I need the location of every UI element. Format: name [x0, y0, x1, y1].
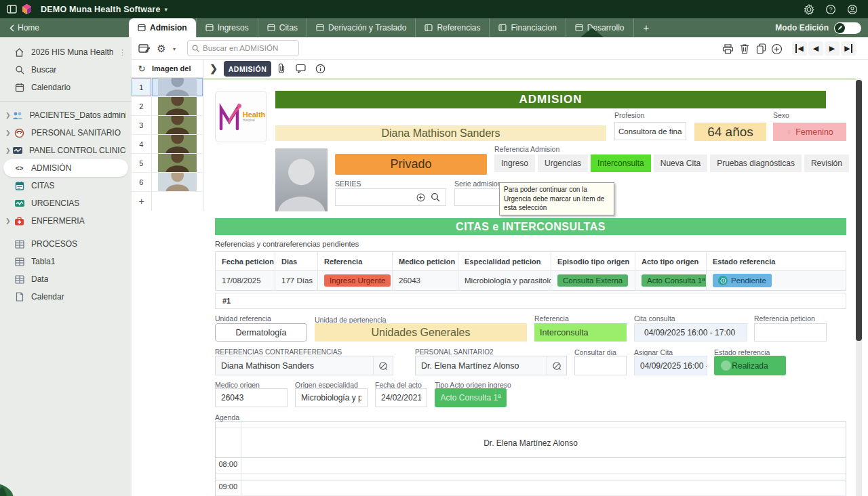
- record-row[interactable]: 3: [132, 116, 203, 135]
- fecha-acto-input[interactable]: [375, 388, 427, 407]
- patient-thumbnail[interactable]: [152, 135, 203, 153]
- sidebar-item-enfermeria[interactable]: ❯ ENFERMERIA: [0, 212, 132, 230]
- vertical-scrollbar[interactable]: [856, 78, 862, 496]
- col-header[interactable]: Estado referencia: [707, 252, 846, 271]
- add-record-row[interactable]: +: [132, 192, 203, 211]
- edit-mode-toggle[interactable]: [834, 22, 861, 34]
- refresh-icon[interactable]: ↻: [132, 64, 152, 74]
- series-add-icon[interactable]: [416, 193, 425, 202]
- layout-name-badge[interactable]: ADMISIÓN: [224, 61, 271, 77]
- patient-name-field[interactable]: Diana Mathison Sanders: [275, 125, 606, 141]
- segment-revision[interactable]: Revisión: [804, 154, 849, 172]
- agenda-hour-row[interactable]: 08:00: [216, 458, 846, 480]
- help-icon[interactable]: ?: [823, 2, 838, 17]
- account-icon[interactable]: [845, 2, 860, 17]
- sidebar-item-tabla1[interactable]: Tabla1: [0, 253, 132, 270]
- origen-especialidad-input[interactable]: [295, 388, 368, 407]
- clear-link-icon[interactable]: [547, 356, 566, 375]
- sidebar-item-data[interactable]: Data: [0, 270, 132, 288]
- segment-interconsulta[interactable]: Interconsulta: [591, 154, 651, 172]
- sidebar-item-calendar[interactable]: Calendar: [0, 288, 132, 306]
- sidebar-item-home-file[interactable]: 2026 HIS Muna Health ⋮: [0, 43, 132, 61]
- record-row[interactable]: 5: [132, 154, 203, 173]
- unidad-referencia-button[interactable]: Dermatología: [215, 323, 307, 342]
- segment-pruebas-diagnosticas[interactable]: Pruebas diagnósticas: [710, 154, 802, 172]
- settings-gear-icon[interactable]: [802, 2, 816, 17]
- patient-thumbnail[interactable]: [152, 173, 203, 191]
- series-input[interactable]: [335, 188, 446, 206]
- search-input[interactable]: [203, 44, 288, 52]
- tab-referencias[interactable]: Referencias: [416, 18, 490, 37]
- series-search-icon[interactable]: [431, 192, 440, 202]
- sidebar-item-procesos[interactable]: PROCESOS: [0, 235, 132, 253]
- col-header[interactable]: Medico peticion: [393, 252, 458, 271]
- referencias-contrareferencias-input[interactable]: Diana Mathison Sanders: [215, 356, 393, 375]
- cita-consulta-field[interactable]: 04/09/2025 16:00 - 17:00: [634, 323, 747, 342]
- referral-row[interactable]: 17/08/2025 177 Días Ingreso Urgente 2604…: [216, 271, 846, 290]
- tab-financiacion[interactable]: Financiacion: [490, 18, 566, 37]
- sexo-field[interactable]: ♀ Femenino: [773, 123, 846, 141]
- personal-sanitario2-input[interactable]: Dr. Elena Martínez Alonso: [415, 356, 567, 375]
- search-box[interactable]: [187, 40, 299, 56]
- sidebar-item-personal-sanitario[interactable]: ❯ PERSONAL SANITARIO: [0, 124, 132, 142]
- item-menu-icon[interactable]: ⋮: [119, 48, 126, 57]
- patient-thumbnail[interactable]: [152, 97, 203, 115]
- clear-link-icon[interactable]: [373, 356, 393, 375]
- info-icon[interactable]: [314, 62, 326, 75]
- layout-edit-icon[interactable]: [137, 41, 152, 56]
- delete-record-icon[interactable]: [737, 41, 752, 56]
- estado-referencia-button[interactable]: Realizada: [714, 356, 786, 375]
- medico-origen-input[interactable]: [215, 388, 288, 407]
- chevron-right-icon[interactable]: ❯: [5, 147, 12, 154]
- record-row[interactable]: 1: [132, 78, 203, 97]
- sidebar-item-panel-control[interactable]: ❯ PANEL CONTROL CLINICO Paci...: [0, 142, 132, 159]
- agenda-calendar[interactable]: Dr. Elena Martínez Alonso 08:00 09:00: [215, 421, 846, 496]
- col-header[interactable]: Fecha peticion ^: [216, 252, 275, 271]
- duplicate-record-icon[interactable]: [753, 41, 768, 56]
- tab-admision[interactable]: Admision: [129, 18, 196, 37]
- last-record-button[interactable]: ▶: [841, 41, 856, 56]
- patient-thumbnail[interactable]: [152, 116, 203, 134]
- patient-photo[interactable]: [275, 148, 328, 211]
- consultar-dia-input[interactable]: [574, 356, 627, 375]
- col-header[interactable]: Dias: [275, 252, 318, 271]
- sidebar-item-pacientes[interactable]: ❯ PACIENTES_Datos administrati...: [0, 106, 132, 124]
- new-record-icon[interactable]: [769, 41, 784, 56]
- sidebar-item-citas[interactable]: CITAS: [0, 177, 132, 194]
- col-header[interactable]: Especialidad peticion: [458, 252, 551, 271]
- sidebar-item-urgencias[interactable]: URGENCIAS: [0, 194, 132, 212]
- record-row[interactable]: 4: [132, 135, 203, 154]
- tab-citas[interactable]: Citas: [258, 18, 307, 37]
- chevron-right-icon[interactable]: ❯: [5, 112, 12, 119]
- chevron-right-icon[interactable]: ❯: [5, 218, 14, 224]
- sidebar-item-admision[interactable]: <> ADMISIÓN: [3, 159, 128, 177]
- tab-ingresos[interactable]: Ingresos: [196, 18, 258, 37]
- agenda-hour-row[interactable]: 09:00: [216, 480, 846, 496]
- home-button[interactable]: Home: [0, 18, 49, 37]
- segment-ingreso[interactable]: Ingreso: [494, 154, 535, 172]
- col-header[interactable]: Referencia: [318, 252, 393, 271]
- referencia-peticion-input[interactable]: [754, 323, 827, 342]
- asignar-cita-field[interactable]: 04/09/2025 16:00 -: [634, 356, 707, 375]
- chevron-right-icon[interactable]: ❯: [5, 129, 14, 136]
- scrollbar-thumb[interactable]: [856, 80, 862, 341]
- segment-nueva-cita[interactable]: Nueva Cita: [654, 154, 707, 172]
- patient-thumbnail[interactable]: [152, 78, 203, 96]
- patient-thumbnail[interactable]: [152, 154, 203, 172]
- first-record-button[interactable]: ◀: [792, 41, 807, 56]
- sidebar-item-calendario[interactable]: Calendario: [0, 79, 132, 96]
- record-row[interactable]: 2: [132, 97, 203, 116]
- paperclip-icon[interactable]: [275, 62, 288, 75]
- profesion-input[interactable]: [614, 122, 686, 140]
- next-record-button[interactable]: ▶: [825, 41, 840, 56]
- sidebar-toggle-icon[interactable]: [4, 2, 19, 17]
- col-header[interactable]: Episodio tipo origen: [551, 252, 635, 271]
- privado-field[interactable]: Privado: [335, 154, 487, 175]
- chat-icon[interactable]: [294, 62, 307, 75]
- print-icon[interactable]: [720, 41, 735, 56]
- segment-urgencias[interactable]: Urgencias: [538, 154, 588, 172]
- add-tab-button[interactable]: +: [634, 18, 659, 37]
- tools-chevron-down-icon[interactable]: ▾: [167, 41, 182, 56]
- col-header[interactable]: Acto tipo origen: [635, 252, 707, 271]
- title-chevron-down-icon[interactable]: ▾: [165, 6, 168, 13]
